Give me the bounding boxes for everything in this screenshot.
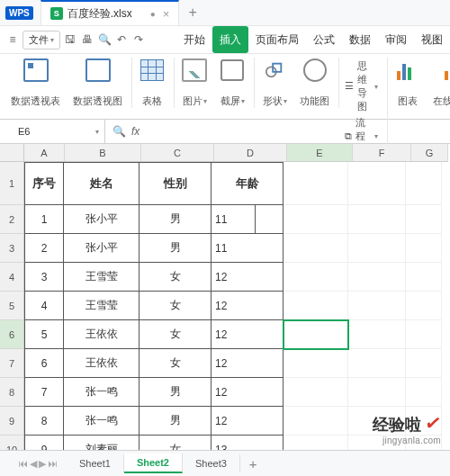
cell-C4[interactable]: 女 bbox=[140, 263, 212, 292]
cell-G4[interactable] bbox=[406, 263, 442, 292]
tab-start[interactable]: 开始 bbox=[176, 26, 212, 53]
ribbon-chart[interactable]: 图表 bbox=[390, 58, 426, 108]
menu-hamburger-icon[interactable]: ≡ bbox=[5, 32, 20, 47]
cell-B7[interactable]: 王依依 bbox=[64, 349, 140, 378]
cell-E3[interactable] bbox=[284, 234, 348, 263]
ribbon-screenshot[interactable]: 截屏▾ bbox=[214, 58, 255, 108]
cell-D2[interactable]: 11 bbox=[212, 205, 284, 234]
close-tab-button[interactable]: × bbox=[163, 7, 170, 21]
ribbon-shapes[interactable]: 形状▾ bbox=[256, 58, 292, 108]
cell-E1[interactable] bbox=[284, 162, 348, 205]
cell-D3[interactable]: 11 bbox=[212, 234, 284, 263]
cell-A7[interactable]: 6 bbox=[24, 349, 64, 378]
sheet-nav-prev[interactable]: ◀ bbox=[30, 458, 37, 470]
cell-F3[interactable] bbox=[348, 234, 406, 263]
col-header-E[interactable]: E bbox=[287, 144, 353, 162]
cell-C6[interactable]: 女 bbox=[140, 320, 212, 349]
row-header-8[interactable]: 8 bbox=[0, 378, 24, 407]
ribbon-icons[interactable]: 功能图 bbox=[294, 58, 339, 108]
print-icon[interactable]: 🖶 bbox=[80, 32, 94, 47]
cell-E4[interactable] bbox=[284, 263, 348, 292]
cell-D7[interactable]: 12 bbox=[212, 349, 284, 378]
fx-button[interactable]: fx bbox=[131, 125, 140, 138]
save-icon[interactable]: 🖫 bbox=[63, 32, 77, 47]
redo-icon[interactable]: ↷ bbox=[131, 32, 146, 47]
select-all-corner[interactable] bbox=[0, 144, 24, 162]
row-header-7[interactable]: 7 bbox=[0, 349, 24, 378]
add-sheet-button[interactable]: + bbox=[240, 456, 266, 472]
cell-C5[interactable]: 女 bbox=[140, 292, 212, 320]
col-header-G[interactable]: G bbox=[411, 144, 448, 162]
cell-E8[interactable] bbox=[284, 378, 348, 407]
cell-F1[interactable] bbox=[348, 162, 406, 205]
document-tab[interactable]: S 百度经验.xlsx ● × bbox=[40, 0, 180, 25]
cell-C8[interactable]: 男 bbox=[140, 378, 212, 407]
cell-C9[interactable]: 男 bbox=[140, 407, 212, 436]
cell-D4[interactable]: 12 bbox=[212, 263, 284, 292]
cell-G7[interactable] bbox=[406, 349, 442, 378]
cell-G1[interactable] bbox=[406, 162, 442, 205]
cell-F7[interactable] bbox=[348, 349, 406, 378]
cell-C1[interactable]: 性别 bbox=[140, 162, 212, 205]
cell-B2[interactable]: 张小平 bbox=[64, 205, 140, 234]
cell-G3[interactable] bbox=[406, 234, 442, 263]
cell-D8[interactable]: 12 bbox=[212, 378, 284, 407]
cell-A5[interactable]: 4 bbox=[24, 292, 64, 320]
ribbon-picture[interactable]: 图片▾ bbox=[176, 58, 212, 108]
cell-B3[interactable]: 张小平 bbox=[64, 234, 140, 263]
tab-review[interactable]: 审阅 bbox=[378, 26, 414, 53]
cell-A4[interactable]: 3 bbox=[24, 263, 64, 292]
tab-view[interactable]: 视图 bbox=[414, 26, 450, 53]
row-header-6[interactable]: 6 bbox=[0, 320, 24, 349]
undo-icon[interactable]: ↶ bbox=[114, 32, 129, 47]
cell-A1[interactable]: 序号 bbox=[24, 162, 64, 205]
tab-formula[interactable]: 公式 bbox=[306, 26, 342, 53]
cell-D6[interactable]: 12 bbox=[212, 320, 284, 349]
sheet-nav-next[interactable]: ▶ bbox=[39, 458, 46, 470]
ribbon-pivot-chart[interactable]: 数据透视图 bbox=[68, 58, 132, 108]
cell-B8[interactable]: 张一鸣 bbox=[64, 378, 140, 407]
sheet-nav-first[interactable]: ⏮ bbox=[18, 458, 28, 470]
row-header-4[interactable]: 4 bbox=[0, 263, 24, 292]
cell-F8[interactable] bbox=[348, 378, 406, 407]
col-header-B[interactable]: B bbox=[65, 144, 141, 162]
cell-D9[interactable]: 12 bbox=[212, 407, 284, 436]
cell-F4[interactable] bbox=[348, 263, 406, 292]
ribbon-table[interactable]: 表格 bbox=[134, 58, 175, 108]
name-box[interactable]: E6▾ bbox=[0, 120, 105, 143]
preview-icon[interactable]: 🔍 bbox=[97, 32, 112, 47]
file-menu[interactable]: 文件▾ bbox=[22, 31, 60, 49]
cell-G5[interactable] bbox=[406, 292, 442, 320]
row-header-3[interactable]: 3 bbox=[0, 234, 24, 263]
cell-D1[interactable]: 年龄 bbox=[212, 162, 284, 205]
row-header-9[interactable]: 9 bbox=[0, 407, 24, 436]
cell-F5[interactable] bbox=[348, 292, 406, 320]
ribbon-pivot-table[interactable]: 数据透视表 bbox=[5, 58, 66, 108]
row-header-1[interactable]: 1 bbox=[0, 162, 24, 205]
cell-D5[interactable]: 12 bbox=[212, 292, 284, 320]
cell-G6[interactable] bbox=[406, 320, 442, 349]
cell-E5[interactable] bbox=[284, 292, 348, 320]
sheet-nav-last[interactable]: ⏭ bbox=[48, 458, 58, 470]
col-header-A[interactable]: A bbox=[24, 144, 65, 162]
col-header-D[interactable]: D bbox=[214, 144, 287, 162]
cell-F2[interactable] bbox=[348, 205, 406, 234]
cell-G8[interactable] bbox=[406, 378, 442, 407]
row-header-5[interactable]: 5 bbox=[0, 292, 24, 320]
zoom-icon[interactable]: 🔍 bbox=[112, 125, 126, 138]
cell-B4[interactable]: 王雪莹 bbox=[64, 263, 140, 292]
cell-A8[interactable]: 7 bbox=[24, 378, 64, 407]
cell-E9[interactable] bbox=[284, 407, 348, 436]
cell-E2[interactable] bbox=[284, 205, 348, 234]
col-header-C[interactable]: C bbox=[141, 144, 214, 162]
cell-G2[interactable] bbox=[406, 205, 442, 234]
row-header-2[interactable]: 2 bbox=[0, 205, 24, 234]
cell-E7[interactable] bbox=[284, 349, 348, 378]
cell-F6[interactable] bbox=[348, 320, 406, 349]
ribbon-online-chart[interactable]: 在线图表▾ bbox=[428, 58, 450, 108]
cell-E6[interactable] bbox=[284, 320, 348, 349]
cell-B1[interactable]: 姓名 bbox=[64, 162, 140, 205]
sheet-tab-2[interactable]: Sheet2 bbox=[124, 454, 183, 473]
cell-C3[interactable]: 男 bbox=[140, 234, 212, 263]
sheet-tab-3[interactable]: Sheet3 bbox=[183, 454, 240, 472]
